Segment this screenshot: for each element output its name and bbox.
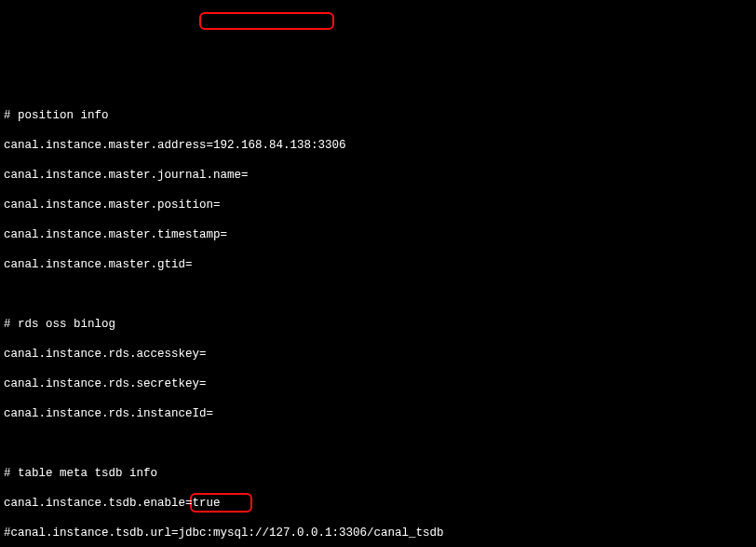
highlight-master-address [199, 12, 334, 30]
config-line: # table meta tsdb info [4, 466, 752, 481]
config-line: canal.instance.rds.instanceId= [4, 406, 752, 421]
config-line [4, 436, 752, 451]
config-line: #canal.instance.tsdb.url=jdbc:mysql://12… [4, 526, 752, 540]
config-line: canal.instance.master.position= [4, 198, 752, 212]
config-line: # position info [4, 108, 752, 123]
config-line [4, 287, 752, 302]
config-line: canal.instance.master.journal.name= [4, 168, 752, 183]
config-line: canal.instance.master.address=192.168.84… [4, 138, 752, 153]
config-line: canal.instance.tsdb.enable=true [4, 496, 752, 511]
config-line: canal.instance.rds.secretkey= [4, 376, 752, 391]
config-line: canal.instance.master.timestamp= [4, 227, 752, 242]
config-line: canal.instance.rds.accesskey= [4, 347, 752, 362]
config-line: canal.instance.master.gtid= [4, 257, 752, 272]
config-line: # rds oss binlog [4, 317, 752, 332]
